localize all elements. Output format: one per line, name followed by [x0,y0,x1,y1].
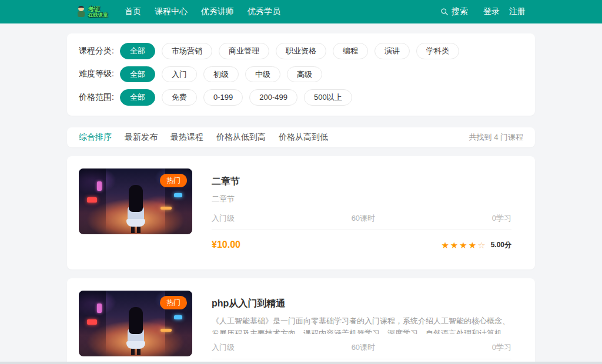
girl-silhouette-hair [129,185,143,212]
footer-strip [0,362,602,364]
filter-options-category: 全部 市场营销 商业管理 职业资格 编程 演讲 学科类 [120,43,459,59]
course-title[interactable]: 二章节 [212,176,511,188]
filter-option-level-elementary[interactable]: 初级 [203,66,239,83]
sort-bar: 综合排序 最新发布 最热课程 价格从低到高 价格从高到低 共找到 4 门课程 [67,127,535,147]
mascot-head [78,6,84,11]
register-link[interactable]: 注册 [509,6,526,17]
filter-option-level-advanced[interactable]: 高级 [287,66,322,83]
course-description: 二章节 [212,193,511,205]
course-level: 入门级 [212,342,235,353]
filter-option-price-all[interactable]: 全部 [120,89,155,106]
filter-option-level-beginner[interactable]: 入门 [162,66,197,83]
filter-option-programming[interactable]: 编程 [333,43,368,59]
course-content: 二章节 二章节 入门级 60课时 0学习 ¥10.00 ★ ★ ★ ★ ☆ 5.… [212,168,523,257]
card-divider [212,230,511,230]
login-link[interactable]: 登录 [483,6,500,17]
course-content: php从入门到精通 《人工智能基础》是一门面向零基础学习者的入门课程，系统介绍人… [212,291,523,364]
course-description: 《人工智能基础》是一门面向零基础学习者的入门课程，系统介绍人工智能的核心概念、发… [212,315,511,334]
neon-sign [97,304,102,313]
course-students: 0学习 [492,213,511,224]
filter-option-level-intermediate[interactable]: 中级 [245,66,280,83]
sort-options: 综合排序 最新发布 最热课程 价格从低到高 价格从高到低 [79,132,328,143]
hot-badge: 热门 [160,296,187,309]
nav-item-courses[interactable]: 课程中心 [155,6,188,17]
filter-options-level: 全部 入门 初级 中级 高级 [120,66,322,83]
filter-option-price-200-499[interactable]: 200-499 [249,89,297,106]
filter-label-price: 价格范围: [79,92,120,103]
logo-line1: 考证 [88,6,108,12]
sort-comprehensive[interactable]: 综合排序 [79,132,112,143]
course-students: 0学习 [492,342,511,353]
filter-option-marketing[interactable]: 市场营销 [162,43,212,59]
main-nav: 首页 课程中心 优秀讲师 优秀学员 [125,6,294,17]
filter-row-category: 课程分类: 全部 市场营销 商业管理 职业资格 编程 演讲 学科类 [79,43,523,59]
course-meta: 入门级 60课时 0学习 [212,342,511,353]
search-label: 搜索 [452,6,468,17]
neon-sign [97,181,102,191]
rating-score: 5.00分 [491,240,511,250]
filter-options-price: 全部 免费 0-199 200-499 500以上 [120,89,352,106]
sort-price-asc[interactable]: 价格从低到高 [216,132,266,143]
course-lessons: 60课时 [235,342,492,353]
filter-label-category: 课程分类: [79,46,120,56]
course-level: 入门级 [212,213,235,224]
main-container: 课程分类: 全部 市场营销 商业管理 职业资格 编程 演讲 学科类 难度等级: … [67,33,535,364]
search-button[interactable]: 搜索 [440,6,468,17]
neon-sign [174,315,182,319]
nav-item-students[interactable]: 优秀学员 [248,6,280,17]
filter-panel: 课程分类: 全部 市场营销 商业管理 职业资格 编程 演讲 学科类 难度等级: … [67,33,535,116]
nav-item-teachers[interactable]: 优秀讲师 [201,6,234,17]
card-divider [212,359,511,359]
filter-option-speech[interactable]: 演讲 [374,43,410,59]
course-rating: ★ ★ ★ ★ ☆ 5.00分 [441,240,511,250]
course-lessons: 60课时 [235,213,492,224]
course-card[interactable]: 热门 php从入门到精通 《人工智能基础》是一门面向零基础学习者的入门课程，系统… [67,278,535,364]
sort-newest[interactable]: 最新发布 [125,132,158,143]
result-count: 共找到 4 门课程 [469,132,523,143]
neon-sign [87,319,97,325]
filter-label-level: 难度等级: [79,69,120,79]
filter-option-price-0-199[interactable]: 0-199 [203,89,243,106]
girl-silhouette-legs [131,348,141,355]
filter-option-price-500plus[interactable]: 500以上 [304,89,352,106]
price-row: ¥10.00 ★ ★ ★ ★ ☆ 5.00分 [212,240,511,250]
hot-badge: 热门 [160,174,187,187]
star-icon: ★ [459,241,467,250]
filter-option-academic[interactable]: 学科类 [416,43,459,59]
sort-price-desc[interactable]: 价格从高到低 [279,132,328,143]
logo[interactable]: 考证 在线课堂 [76,5,113,18]
course-image: 热门 [79,291,192,356]
star-empty-icon: ☆ [477,241,485,250]
filter-option-all[interactable]: 全部 [120,43,155,59]
neon-sign [160,329,172,332]
filter-option-certification[interactable]: 职业资格 [276,43,326,59]
header: 考证 在线课堂 首页 课程中心 优秀讲师 优秀学员 搜索 登录 注册 [0,0,602,23]
girl-silhouette-skirt [126,341,145,349]
girl-silhouette-skirt [126,219,145,227]
filter-option-price-free[interactable]: 免费 [162,89,197,106]
sort-hottest[interactable]: 最热课程 [170,132,203,143]
logo-line2: 在线课堂 [88,13,108,18]
filter-row-price: 价格范围: 全部 免费 0-199 200-499 500以上 [79,89,523,106]
mascot-icon [76,5,86,18]
course-image: 热门 [79,168,192,234]
logo-text: 考证 在线课堂 [88,6,108,18]
filter-row-level: 难度等级: 全部 入门 初级 中级 高级 [79,66,523,83]
course-title[interactable]: php从入门到精通 [212,298,511,310]
filter-option-business[interactable]: 商业管理 [219,43,269,59]
course-meta: 入门级 60课时 0学习 [212,213,511,224]
nav-item-home[interactable]: 首页 [125,6,141,17]
neon-sign [87,197,97,203]
header-right: 搜索 登录 注册 [440,6,526,17]
course-card[interactable]: 热门 二章节 二章节 入门级 60课时 0学习 ¥10.00 ★ ★ ★ ★ ☆… [67,156,535,269]
neon-sign [160,207,172,210]
search-icon [440,8,449,16]
course-price: ¥10.00 [212,240,240,250]
neon-sign [174,193,182,197]
mascot-body [78,11,85,17]
girl-silhouette-legs [131,226,141,233]
star-icon: ★ [450,241,458,250]
filter-option-level-all[interactable]: 全部 [120,66,155,83]
star-icon: ★ [469,241,476,250]
girl-silhouette-hair [129,307,143,334]
